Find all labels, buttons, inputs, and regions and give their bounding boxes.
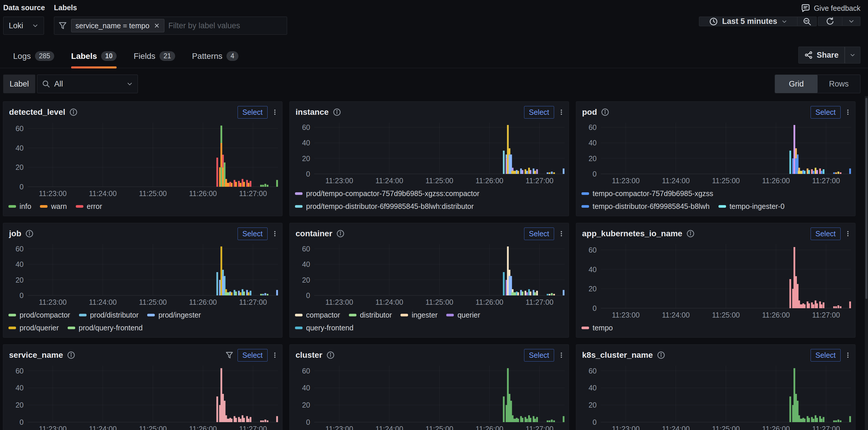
info-icon[interactable] [69,108,78,116]
select-button[interactable]: Select [238,228,268,240]
panel-chart[interactable]: 020406011:23:0011:24:0011:25:0011:26:001… [576,119,855,187]
select-button[interactable]: Select [811,106,841,119]
legend-swatch [147,314,155,317]
tab-label: Logs [13,52,31,61]
label-search-select[interactable]: All [37,74,138,93]
give-feedback-button[interactable]: Give feedback [801,3,861,13]
legend-item[interactable]: prod/querier [8,324,59,332]
tab-logs[interactable]: Logs 285 [13,49,54,68]
panel-chart[interactable]: 020406011:23:0011:24:0011:25:0011:26:001… [3,240,282,308]
tab-fields[interactable]: Fields 21 [133,49,175,68]
legend-item[interactable]: prod/tempo-distributor-6f99985845-b8lwh:… [295,202,474,211]
legend-label: prod/compactor [20,311,70,319]
svg-text:0: 0 [306,291,310,299]
legend-item[interactable]: query-frontend [295,324,353,332]
kebab-menu-icon[interactable] [558,351,565,360]
kebab-menu-icon[interactable] [845,351,851,360]
info-icon[interactable] [333,108,341,116]
label-filter-input[interactable]: service_name = tempo Filter by label val… [54,16,287,35]
legend-item[interactable]: warn [40,202,67,211]
legend-item[interactable]: querier [446,311,480,319]
select-button[interactable]: Select [524,228,554,240]
datasource-label: Data source [3,3,45,12]
funnel-icon [58,21,67,30]
view-toggle-grid[interactable]: Grid [775,75,817,93]
legend-item[interactable]: info [8,202,31,211]
label-panel-container: container Select 020406011:23:0011:24:00… [289,223,569,338]
kebab-menu-icon[interactable] [558,229,565,238]
tab-labels[interactable]: Labels 10 [71,49,117,68]
legend-item[interactable]: tempo [582,324,613,332]
zoom-out-button[interactable] [798,16,817,26]
scrollbar-thumb[interactable] [865,98,867,299]
legend-swatch [79,314,87,317]
panel-chart[interactable]: 020406011:23:0011:24:0011:25:0011:26:001… [576,240,855,321]
refresh-interval-dropdown[interactable] [842,16,861,26]
svg-text:60: 60 [302,245,310,253]
kebab-menu-icon[interactable] [845,108,851,117]
legend-item[interactable]: prod/query-frontend [68,324,143,332]
vertical-scrollbar[interactable] [865,96,868,430]
svg-text:11:24:00: 11:24:00 [375,298,403,306]
info-icon[interactable] [67,351,75,359]
svg-text:60: 60 [16,124,24,133]
info-icon[interactable] [25,230,33,238]
datasource-select[interactable]: Loki [3,16,44,35]
panel-chart[interactable]: 020406011:23:0011:24:0011:25:0011:26:001… [290,362,569,430]
legend-label: prod/tempo-compactor-757d9b6985-xgzss:co… [306,189,479,198]
select-button[interactable]: Select [811,349,841,362]
svg-text:11:27:00: 11:27:00 [526,176,553,185]
legend-label: tempo-distributor-6f99985845-b8lwh [593,202,710,211]
legend-swatch [8,314,16,317]
legend-item[interactable]: compactor [295,311,340,319]
panel-chart[interactable]: 020406011:23:0011:24:0011:25:0011:26:001… [576,362,855,430]
kebab-menu-icon[interactable] [272,351,278,360]
filter-chip[interactable]: service_name = tempo [71,19,164,32]
panel-chart[interactable]: 020406011:23:0011:24:0011:25:0011:26:001… [3,119,282,200]
info-icon[interactable] [336,230,344,238]
close-icon[interactable] [154,23,160,29]
svg-text:11:23:00: 11:23:00 [39,298,66,306]
panel-title: pod [582,107,597,117]
legend-item[interactable]: error [76,202,102,211]
select-button[interactable]: Select [524,349,554,362]
kebab-menu-icon[interactable] [272,229,278,238]
legend-item[interactable]: prod/compactor [8,311,70,319]
legend-item[interactable]: prod/tempo-compactor-757d9b6985-xgzss:co… [295,189,479,198]
panel-header: k8s_cluster_name Select [576,345,855,362]
info-icon[interactable] [327,351,335,359]
legend-item[interactable]: tempo-compactor-757d9b6985-xgzss [582,189,713,198]
svg-text:11:25:00: 11:25:00 [426,176,453,185]
refresh-button[interactable] [818,16,842,26]
kebab-menu-icon[interactable] [272,108,278,117]
kebab-menu-icon[interactable] [845,229,851,238]
select-button[interactable]: Select [811,228,841,240]
svg-text:11:23:00: 11:23:00 [325,176,353,185]
info-icon[interactable] [686,230,694,238]
legend-item[interactable]: ingester [401,311,437,319]
info-icon[interactable] [657,351,665,359]
legend-item[interactable]: tempo-distributor-6f99985845-b8lwh [582,202,710,211]
select-button[interactable]: Select [238,349,268,362]
legend-item[interactable]: prod/distributor [79,311,139,319]
panel-chart[interactable]: 020406011:23:0011:24:0011:25:0011:26:001… [290,119,569,187]
svg-text:60: 60 [302,367,310,375]
legend-item[interactable]: prod/ingester [147,311,201,319]
panel-chart[interactable]: 020406011:23:0011:24:0011:25:0011:26:001… [290,240,569,308]
legend-item[interactable]: tempo-ingester-0 [718,202,785,211]
share-button[interactable]: Share [798,46,845,64]
info-icon[interactable] [601,108,609,116]
svg-text:20: 20 [16,401,24,409]
panel-chart[interactable]: 020406011:23:0011:24:0011:25:0011:26:001… [3,362,282,430]
svg-text:11:25:00: 11:25:00 [139,425,167,430]
share-dropdown[interactable] [845,46,861,64]
select-button[interactable]: Select [238,106,268,119]
label-panels-grid: detected_level Select 020406011:23:0011:… [3,101,856,430]
svg-text:40: 40 [588,265,597,273]
time-range-picker[interactable]: Last 5 minutes [699,16,798,26]
select-button[interactable]: Select [524,106,554,119]
legend-item[interactable]: distributor [349,311,392,319]
view-toggle-rows[interactable]: Rows [817,75,860,93]
tab-patterns[interactable]: Patterns 4 [192,49,239,68]
kebab-menu-icon[interactable] [558,108,565,117]
